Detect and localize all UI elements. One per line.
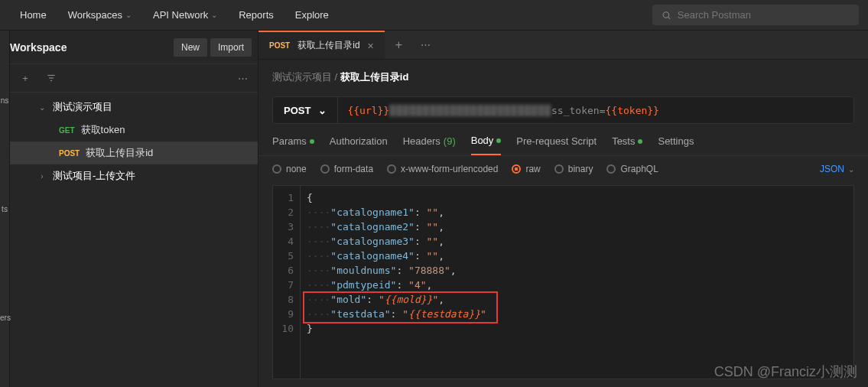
more-icon[interactable]: ⋯ [233, 69, 252, 87]
radio-graphql[interactable]: GraphQL [606, 164, 658, 174]
request-item-post[interactable]: POST 获取上传目录id [10, 141, 258, 164]
add-tab-button[interactable]: + [385, 38, 413, 52]
search-input[interactable] [678, 9, 850, 21]
chevron-down-icon: ⌄ [848, 165, 854, 174]
line-gutter: 12345678910 [273, 186, 301, 379]
topbar: Home Workspaces⌄ API Network⌄ Reports Ex… [0, 0, 868, 31]
svg-point-0 [663, 11, 668, 17]
radio-none[interactable]: none [272, 164, 307, 174]
chevron-right-icon: › [37, 172, 47, 180]
tab-authorization[interactable]: Authorization [330, 135, 388, 155]
tab-label: 获取上传目录id [297, 39, 359, 52]
tab-settings[interactable]: Settings [658, 135, 694, 155]
radio-urlencoded[interactable]: x-www-form-urlencoded [387, 164, 498, 174]
folder-label: 测试演示项目 [53, 100, 112, 114]
url-bar: POST ⌄ {{url}}████████████████████████ss… [272, 96, 854, 124]
filter-icon[interactable] [42, 69, 60, 87]
folder-label: 测试项目-上传文件 [53, 169, 135, 183]
url-input[interactable]: {{url}}████████████████████████ss_token=… [338, 97, 853, 123]
method-badge: POST [59, 149, 80, 158]
search-box[interactable] [652, 5, 859, 25]
breadcrumb-current: 获取上传目录id [340, 71, 409, 83]
import-button[interactable]: Import [210, 38, 252, 57]
chevron-down-icon: ⌄ [318, 105, 327, 116]
nav-apinetwork[interactable]: API Network⌄ [142, 9, 228, 21]
workspace-title: Workspace [10, 41, 171, 54]
radio-raw[interactable]: raw [512, 164, 540, 174]
request-item-get[interactable]: GET 获取token [10, 119, 258, 141]
collection-folder[interactable]: ⌄ 测试演示项目 [10, 96, 258, 119]
collection-tree: ⌄ 测试演示项目 GET 获取token POST 获取上传目录id › 测试项… [10, 93, 258, 387]
new-button[interactable]: New [174, 38, 207, 57]
tab-headers[interactable]: Headers (9) [403, 135, 456, 155]
more-tabs-icon[interactable]: ⋯ [413, 39, 438, 50]
nav-workspaces[interactable]: Workspaces⌄ [57, 9, 142, 21]
search-icon [662, 10, 671, 21]
status-dot [638, 139, 642, 144]
request-label: 获取上传目录id [86, 146, 153, 160]
nav-home[interactable]: Home [9, 9, 57, 21]
content-type-select[interactable]: JSON⌄ [820, 164, 854, 174]
status-dot [310, 139, 314, 144]
nav-reports[interactable]: Reports [228, 9, 284, 21]
breadcrumb: 测试演示项目 / 获取上传目录id [258, 60, 868, 92]
radio-binary[interactable]: binary [554, 164, 593, 174]
close-icon[interactable]: × [368, 40, 374, 52]
breadcrumb-parent[interactable]: 测试演示项目 [272, 71, 332, 83]
method-select[interactable]: POST ⌄ [273, 97, 338, 123]
tabs-row: POST 获取上传目录id × + ⋯ [258, 31, 868, 60]
status-dot [496, 138, 501, 143]
chevron-down-icon: ⌄ [211, 11, 217, 19]
left-rail: ns ts ers [0, 31, 10, 387]
tab-body[interactable]: Body [471, 135, 502, 155]
chevron-down-icon: ⌄ [125, 11, 132, 19]
add-icon[interactable]: + [16, 69, 34, 87]
chevron-down-icon: ⌄ [37, 103, 47, 112]
request-label: 获取token [81, 123, 125, 137]
tab-params[interactable]: Params [272, 135, 314, 155]
method-badge: GET [59, 126, 75, 135]
method-badge: POST [269, 41, 290, 50]
request-tabs: Params Authorization Headers (9) Body Pr… [258, 124, 868, 156]
tab-prerequest[interactable]: Pre-request Script [516, 135, 597, 155]
collection-folder[interactable]: › 测试项目-上传文件 [10, 164, 258, 187]
body-types: none form-data x-www-form-urlencoded raw… [258, 156, 868, 182]
tab-tests[interactable]: Tests [612, 135, 642, 155]
code-editor[interactable]: 12345678910 { ····"catalogname1": "", ··… [272, 185, 854, 379]
watermark: CSDN @Franciz小测测 [714, 363, 857, 381]
code-lines: { ····"catalogname1": "", ····"catalogna… [301, 186, 853, 379]
radio-formdata[interactable]: form-data [320, 164, 373, 174]
svg-line-1 [668, 17, 670, 18]
sidebar: Workspace New Import + ⋯ ⌄ 测试演示项目 GET 获取… [10, 31, 258, 387]
content: POST 获取上传目录id × + ⋯ 测试演示项目 / 获取上传目录id PO… [258, 31, 868, 387]
request-tab[interactable]: POST 获取上传目录id × [258, 31, 385, 59]
nav-explore[interactable]: Explore [284, 9, 340, 21]
